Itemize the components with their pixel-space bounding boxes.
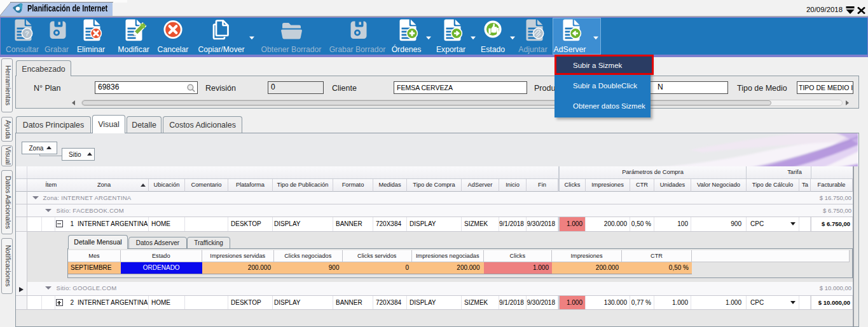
svg-text:?: ? bbox=[25, 30, 29, 37]
